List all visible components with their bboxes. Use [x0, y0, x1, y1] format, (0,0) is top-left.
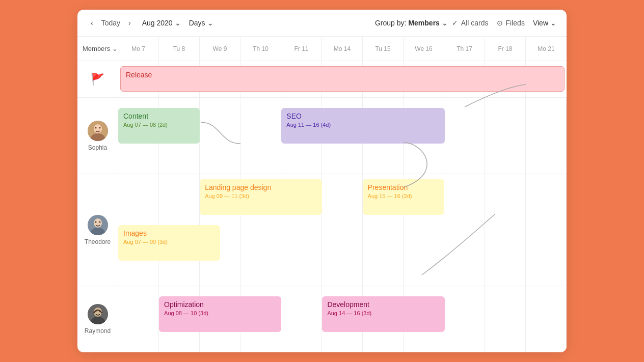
date-col-10: Mo 21: [526, 37, 567, 61]
calendar-columns: Mo 7 Tu 8 We 9 Th 10 Fr 11 Mo 14 Tu 15 W…: [118, 37, 567, 352]
landing-date: Aug 09 — 11 (3d): [205, 193, 317, 199]
grid-wrapper: Members ⌄ 🚩 Sop: [77, 37, 567, 352]
groupby-control[interactable]: Group by: Members ⌄: [375, 19, 448, 27]
date-col-2: We 9: [200, 37, 240, 61]
calendar-container: ‹ Today › Aug 2020 ⌄ Days ⌄ Group by: Me…: [77, 10, 567, 352]
date-col-4: Fr 11: [281, 37, 322, 61]
cell: [526, 174, 567, 286]
presentation-title: Presentation: [368, 183, 439, 191]
cell: [444, 98, 485, 174]
avatar-theodore: [88, 215, 108, 235]
cell: [118, 286, 159, 352]
member-col-header[interactable]: Members ⌄: [77, 37, 118, 61]
images-title: Images: [123, 229, 215, 237]
seo-card[interactable]: SEO Aug 11 — 16 (4d): [281, 108, 444, 144]
groupby-prefix: Group by:: [375, 19, 406, 27]
svg-point-4: [99, 127, 100, 128]
date-col-8: Th 17: [444, 37, 485, 61]
chevron-down-icon: ⌄: [112, 45, 118, 52]
member-row-raymond: Raymond: [77, 286, 118, 352]
presentation-date: Aug 15 — 16 (2d): [368, 193, 439, 199]
development-date: Aug 14 — 16 (3d): [327, 310, 439, 316]
date-col-5: Mo 14: [322, 37, 363, 61]
date-col-7: We 16: [404, 37, 444, 61]
days-label: Days: [189, 19, 205, 27]
fileds-toggle[interactable]: ⊙ Fileds: [497, 19, 525, 27]
chevron-down-icon: ⌄: [175, 19, 181, 27]
development-card[interactable]: Development Aug 14 — 16 (3d): [322, 296, 444, 332]
row-theodore: Landing page design Aug 09 — 11 (3d) Pre…: [118, 174, 567, 286]
row-flag: Release: [118, 61, 567, 98]
svg-point-8: [95, 221, 96, 222]
allcards-label: All cards: [461, 19, 489, 27]
cell: [526, 98, 567, 174]
member-row-flag: 🚩: [77, 61, 118, 98]
release-title: Release: [126, 71, 559, 79]
members-label: Members: [83, 45, 110, 52]
images-date: Aug 07 — 09 (3d): [123, 239, 215, 245]
toggle-icon: ⊙: [497, 19, 503, 27]
presentation-card[interactable]: Presentation Aug 15 — 16 (2d): [363, 179, 444, 215]
raymond-name: Raymond: [85, 327, 111, 335]
svg-point-3: [95, 127, 96, 128]
avatar-raymond: [88, 304, 108, 324]
date-header-row: Mo 7 Tu 8 We 9 Th 10 Fr 11 Mo 14 Tu 15 W…: [118, 37, 567, 61]
allcards-toggle[interactable]: ✓ All cards: [452, 19, 489, 27]
optimization-date: Aug 08 — 10 (3d): [164, 310, 276, 316]
sophia-name: Sophia: [88, 144, 107, 151]
cell: [281, 286, 322, 352]
groupby-value: Members: [408, 19, 439, 27]
days-picker[interactable]: Days ⌄: [189, 19, 213, 27]
development-title: Development: [327, 300, 439, 309]
cell: [240, 98, 281, 174]
date-label: Aug 2020: [142, 19, 173, 27]
prev-button[interactable]: ‹: [88, 17, 96, 29]
avatar-sophia: [88, 121, 108, 141]
content-title: Content: [123, 112, 195, 120]
release-card[interactable]: Release: [120, 66, 565, 92]
cell: [485, 174, 526, 286]
cell: [485, 286, 526, 352]
cell: [444, 286, 485, 352]
date-col-6: Tu 15: [363, 37, 404, 61]
cell: [485, 98, 526, 174]
view-label: View: [533, 19, 548, 27]
chevron-down-icon: ⌄: [442, 19, 448, 27]
row-raymond: Optimization Aug 08 — 10 (3d) Developmen…: [118, 286, 567, 352]
member-row-theodore: Theodore: [77, 174, 118, 286]
cell: [444, 174, 485, 286]
row-sophia: Content Aug 07 — 08 (2d) SEO Aug 11 — 16…: [118, 98, 567, 174]
content-card[interactable]: Content Aug 07 — 08 (2d): [118, 108, 200, 144]
cell: [322, 174, 363, 286]
date-picker[interactable]: Aug 2020 ⌄: [142, 19, 181, 27]
landing-card[interactable]: Landing page design Aug 09 — 11 (3d): [200, 179, 322, 215]
member-column: Members ⌄ 🚩 Sop: [77, 37, 118, 352]
optimization-title: Optimization: [164, 300, 276, 309]
landing-title: Landing page design: [205, 183, 317, 191]
theodore-name: Theodore: [85, 238, 111, 245]
check-circle-icon: ✓: [452, 19, 458, 27]
rows-container: Release: [118, 61, 567, 352]
toolbar: ‹ Today › Aug 2020 ⌄ Days ⌄ Group by: Me…: [77, 10, 567, 37]
view-button[interactable]: View ⌄: [533, 19, 556, 27]
seo-title: SEO: [286, 112, 439, 120]
chevron-down-icon: ⌄: [550, 19, 556, 27]
images-card[interactable]: Images Aug 07 — 09 (3d): [118, 225, 220, 261]
content-date: Aug 07 — 08 (2d): [123, 122, 195, 128]
svg-point-9: [99, 221, 100, 222]
flag-icon: 🚩: [91, 73, 104, 86]
cell: Release: [485, 61, 526, 97]
date-col-9: Fr 18: [485, 37, 526, 61]
toolbar-right: ✓ All cards ⊙ Fileds View ⌄: [452, 19, 556, 27]
cell: [526, 286, 567, 352]
next-button[interactable]: ›: [125, 17, 134, 29]
cell: [200, 98, 240, 174]
date-col-0: Mo 7: [118, 37, 159, 61]
nav-controls: ‹ Today ›: [88, 17, 134, 29]
chevron-down-icon: ⌄: [207, 19, 213, 27]
seo-date: Aug 11 — 16 (4d): [286, 122, 439, 128]
member-row-sophia: Sophia: [77, 98, 118, 174]
today-button[interactable]: Today: [98, 17, 123, 29]
optimization-card[interactable]: Optimization Aug 08 — 10 (3d): [159, 296, 281, 332]
date-col-1: Tu 8: [159, 37, 200, 61]
